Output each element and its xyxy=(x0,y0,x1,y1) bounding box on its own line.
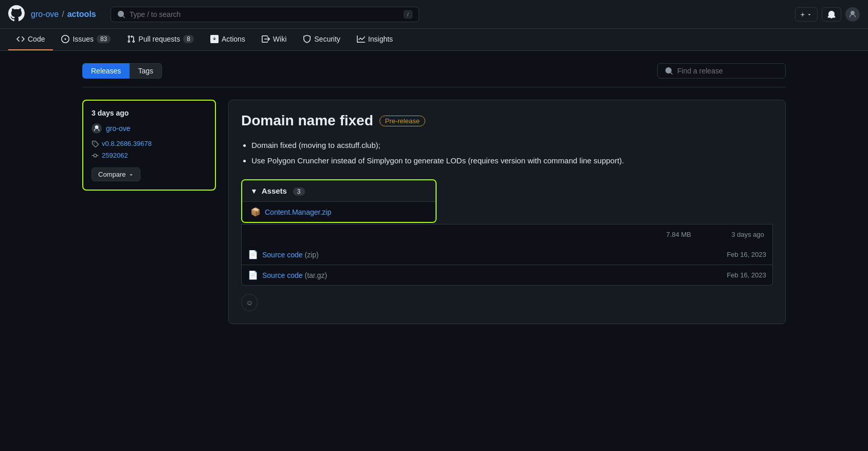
asset-row-source-zip: 📄 Source code (zip) Feb 16, 2023 xyxy=(241,245,773,265)
pre-release-badge: Pre-release xyxy=(379,116,425,126)
nav-actions-label: Actions xyxy=(222,35,245,43)
pull-request-icon xyxy=(127,35,135,43)
release-note-2: Use Polygon Cruncher instead of Simplygo… xyxy=(251,155,773,167)
compare-button[interactable]: Compare xyxy=(92,167,140,181)
chevron-down-icon xyxy=(807,12,812,17)
notifications-button[interactable] xyxy=(822,7,841,22)
search-bar: / xyxy=(111,7,419,22)
breadcrumb-separator: / xyxy=(62,10,64,19)
top-nav-actions: + xyxy=(795,7,860,22)
shield-icon xyxy=(303,35,311,43)
nav-item-issues[interactable]: Issues 83 xyxy=(53,29,119,50)
release-layout: 3 days ago gro-ove v0.8.2686.39678 xyxy=(82,100,786,324)
asset-row-main: 📦 Content.Manager.zip xyxy=(242,201,436,222)
nav-insights-label: Insights xyxy=(368,35,393,43)
find-release-input[interactable] xyxy=(677,67,778,75)
asset-link-source-targz[interactable]: Source code (tar.gz) xyxy=(262,271,652,279)
nav-item-insights[interactable]: Insights xyxy=(349,29,401,50)
prs-badge: 8 xyxy=(183,35,194,43)
releases-tab[interactable]: Releases xyxy=(82,63,130,79)
release-title-row: Domain name fixed Pre-release xyxy=(241,112,773,129)
author-name[interactable]: gro-ove xyxy=(106,124,130,133)
repo-nav: Code Issues 83 Pull requests 8 Actions W… xyxy=(0,29,868,51)
emoji-icon: ☺ xyxy=(246,298,253,307)
release-body: Domain name fixed Pre-release Domain fix… xyxy=(228,100,786,324)
source-targz-date: Feb 16, 2023 xyxy=(710,271,766,279)
release-date: 3 days ago xyxy=(92,109,207,117)
source-targz-icon: 📄 xyxy=(248,270,258,280)
nav-item-security[interactable]: Security xyxy=(295,29,349,50)
breadcrumb: gro-ove / actools xyxy=(31,10,96,19)
wiki-icon xyxy=(262,35,270,43)
bell-icon xyxy=(827,10,836,18)
create-new-button[interactable]: + xyxy=(795,7,818,22)
release-author: gro-ove xyxy=(92,123,207,134)
search-input[interactable] xyxy=(130,10,400,18)
search-shortcut: / xyxy=(404,10,412,18)
asset-row-source-targz: 📄 Source code (tar.gz) Feb 16, 2023 xyxy=(241,265,773,286)
user-avatar[interactable] xyxy=(845,7,860,22)
asset-link-source-zip[interactable]: Source code (zip) xyxy=(262,251,652,259)
author-avatar[interactable] xyxy=(92,123,102,134)
release-title: Domain name fixed xyxy=(241,112,373,129)
source-zip-icon: 📄 xyxy=(248,250,258,259)
find-search-icon xyxy=(665,67,673,75)
assets-section: ▼ Assets 3 📦 Content.Manager.zip 📦 7.84 … xyxy=(241,179,773,286)
chevron-down-icon xyxy=(129,172,134,177)
issue-icon xyxy=(61,35,69,43)
issues-badge: 83 xyxy=(97,35,111,43)
asset-zip-icon: 📦 xyxy=(250,207,261,217)
assets-label: Assets xyxy=(262,186,287,195)
asset-main-size: 7.84 MB xyxy=(650,231,691,238)
tag-value[interactable]: v0.8.2686.39678 xyxy=(102,140,152,147)
commit-icon xyxy=(92,152,99,159)
repo-link[interactable]: actools xyxy=(67,10,96,19)
nav-issues-label: Issues xyxy=(73,35,93,43)
release-notes: Domain fixed (moving to acstuff.club); U… xyxy=(241,139,773,167)
section-divider xyxy=(82,87,786,87)
commit-hash[interactable]: 2592062 xyxy=(102,152,128,159)
release-sidebar: 3 days ago gro-ove v0.8.2686.39678 xyxy=(82,100,216,191)
asset-row-main-details: 📦 7.84 MB 3 days ago xyxy=(241,224,773,245)
asset-link-main[interactable]: Content.Manager.zip xyxy=(265,208,427,216)
main-content: Releases Tags 3 days ago gro-ove xyxy=(74,51,794,336)
release-commit: 2592062 xyxy=(92,152,207,159)
owner-link[interactable]: gro-ove xyxy=(31,10,59,19)
nav-item-wiki[interactable]: Wiki xyxy=(254,29,295,50)
top-nav: gro-ove / actools / + xyxy=(0,0,868,29)
tab-group: Releases Tags xyxy=(82,63,162,79)
tag-icon xyxy=(92,140,99,147)
actions-icon xyxy=(210,35,219,43)
release-note-1: Domain fixed (moving to acstuff.club); xyxy=(251,139,773,152)
nav-prs-label: Pull requests xyxy=(138,35,180,43)
nav-item-pull-requests[interactable]: Pull requests 8 xyxy=(119,29,202,50)
nav-item-code[interactable]: Code xyxy=(8,29,53,50)
tags-tab[interactable]: Tags xyxy=(130,63,162,79)
nav-code-label: Code xyxy=(28,35,45,43)
emoji-reaction-button[interactable]: ☺ xyxy=(241,294,258,311)
code-icon xyxy=(16,35,25,43)
nav-wiki-label: Wiki xyxy=(273,35,286,43)
insights-icon xyxy=(357,35,365,43)
release-tag: v0.8.2686.39678 xyxy=(92,140,207,147)
nav-item-actions[interactable]: Actions xyxy=(202,29,254,50)
nav-security-label: Security xyxy=(314,35,340,43)
assets-header[interactable]: ▼ Assets 3 xyxy=(242,180,436,201)
find-release-search xyxy=(657,63,786,79)
search-icon xyxy=(117,10,125,18)
github-logo-icon[interactable] xyxy=(8,5,25,23)
assets-collapse-icon: ▼ xyxy=(250,187,258,195)
source-zip-date: Feb 16, 2023 xyxy=(710,251,766,258)
releases-header: Releases Tags xyxy=(82,63,786,79)
asset-main-date: 3 days ago xyxy=(708,231,764,238)
assets-count: 3 xyxy=(293,187,305,196)
